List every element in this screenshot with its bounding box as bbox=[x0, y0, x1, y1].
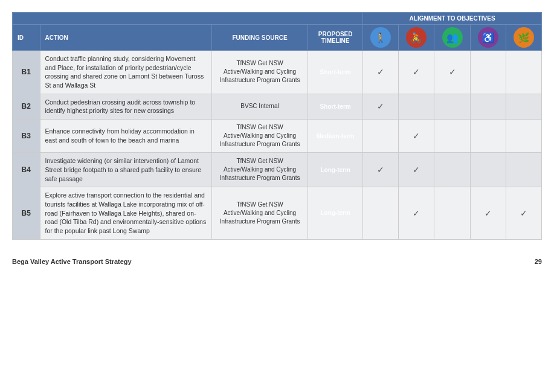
row-funding: TfNSW Get NSW Active/Walking and Cycling… bbox=[211, 187, 308, 239]
checkmark-icon: ✓ bbox=[413, 165, 420, 175]
cycling-icon: 🚴 bbox=[406, 27, 427, 48]
checkmark-icon: ✓ bbox=[377, 165, 384, 175]
col-funding: FUNDING SOURCE bbox=[211, 25, 308, 51]
row-check-4 bbox=[470, 94, 506, 119]
row-check-3 bbox=[434, 120, 470, 153]
icon-col-4: ♿ bbox=[470, 25, 506, 51]
row-id: B5 bbox=[13, 187, 40, 239]
checkmark-icon: ✓ bbox=[449, 67, 456, 77]
row-check-3 bbox=[434, 153, 470, 187]
checkmark-icon: ✓ bbox=[520, 208, 527, 218]
row-timeline: Long-term bbox=[308, 153, 363, 187]
row-check-3: ✓ bbox=[434, 51, 470, 94]
row-check-4 bbox=[470, 120, 506, 153]
row-check-2: ✓ bbox=[399, 187, 434, 239]
environment-icon: 🌿 bbox=[514, 27, 534, 48]
row-check-1: ✓ bbox=[363, 51, 399, 94]
row-check-4: ✓ bbox=[470, 187, 506, 239]
icon-col-3: 👥 bbox=[434, 25, 470, 51]
walking-icon: 🚶 bbox=[370, 27, 391, 48]
row-check-2: ✓ bbox=[399, 51, 434, 94]
row-action: Enhance connectivity from holiday accomm… bbox=[40, 120, 211, 153]
row-check-4 bbox=[470, 51, 506, 94]
table-row: B1Conduct traffic planning study, consid… bbox=[13, 51, 542, 94]
alignment-header: ALIGNMENT TO OBJECTIVES bbox=[363, 13, 542, 25]
footer: Bega Valley Active Transport Strategy 29 bbox=[12, 258, 542, 265]
row-funding: BVSC Internal bbox=[211, 94, 308, 119]
checkmark-icon: ✓ bbox=[413, 67, 420, 77]
row-check-1 bbox=[363, 187, 399, 239]
row-funding: TfNSW Get NSW Active/Walking and Cycling… bbox=[211, 120, 308, 153]
footer-right: 29 bbox=[535, 258, 542, 265]
row-action: Explore active transport connection to t… bbox=[40, 187, 211, 239]
row-check-5 bbox=[506, 51, 541, 94]
community-icon: 👥 bbox=[442, 27, 463, 48]
row-check-5: ✓ bbox=[506, 187, 541, 239]
row-check-2: ✓ bbox=[399, 120, 434, 153]
row-action: Conduct pedestrian crossing audit across… bbox=[40, 94, 211, 119]
row-check-4 bbox=[470, 153, 506, 187]
column-header-row: ID ACTION FUNDING SOURCE PROPOSED TIMELI… bbox=[13, 25, 542, 51]
checkmark-icon: ✓ bbox=[377, 101, 384, 111]
table-row: B3Enhance connectivity from holiday acco… bbox=[13, 120, 542, 153]
row-id: B4 bbox=[13, 153, 40, 187]
alignment-header-row: ALIGNMENT TO OBJECTIVES bbox=[13, 13, 542, 25]
table-row: B4Investigate widening (or similar inter… bbox=[13, 153, 542, 187]
checkmark-icon: ✓ bbox=[377, 67, 384, 77]
footer-left: Bega Valley Active Transport Strategy bbox=[12, 258, 132, 265]
row-check-1 bbox=[363, 120, 399, 153]
row-check-5 bbox=[506, 94, 541, 119]
row-funding: TfNSW Get NSW Active/Walking and Cycling… bbox=[211, 51, 308, 94]
row-check-1: ✓ bbox=[363, 153, 399, 187]
icon-col-2: 🚴 bbox=[399, 25, 434, 51]
col-id: ID bbox=[13, 25, 40, 51]
row-action: Investigate widening (or similar interve… bbox=[40, 153, 211, 187]
row-timeline: Short-term bbox=[308, 51, 363, 94]
row-timeline: Long-term bbox=[308, 187, 363, 239]
disability-icon: ♿ bbox=[478, 27, 498, 48]
row-funding: TfNSW Get NSW Active/Walking and Cycling… bbox=[211, 153, 308, 187]
checkmark-icon: ✓ bbox=[413, 208, 420, 218]
row-id: B1 bbox=[13, 51, 40, 94]
main-table: ALIGNMENT TO OBJECTIVES ID ACTION FUNDIN… bbox=[12, 12, 542, 240]
checkmark-icon: ✓ bbox=[485, 208, 492, 218]
table-row: B2Conduct pedestrian crossing audit acro… bbox=[13, 94, 542, 119]
table-row: B5Explore active transport connection to… bbox=[13, 187, 542, 239]
row-check-2: ✓ bbox=[399, 153, 434, 187]
row-check-2 bbox=[399, 94, 434, 119]
row-check-3 bbox=[434, 94, 470, 119]
row-check-5 bbox=[506, 153, 541, 187]
col-timeline: PROPOSED TIMELINE bbox=[308, 25, 363, 51]
col-action: ACTION bbox=[40, 25, 211, 51]
row-check-5 bbox=[506, 120, 541, 153]
icon-col-1: 🚶 bbox=[363, 25, 399, 51]
table-body: B1Conduct traffic planning study, consid… bbox=[13, 51, 542, 240]
icon-col-5: 🌿 bbox=[506, 25, 541, 51]
table-wrapper: ALIGNMENT TO OBJECTIVES ID ACTION FUNDIN… bbox=[12, 12, 542, 240]
checkmark-icon: ✓ bbox=[413, 131, 420, 141]
row-check-3 bbox=[434, 187, 470, 239]
row-id: B3 bbox=[13, 120, 40, 153]
row-check-1: ✓ bbox=[363, 94, 399, 119]
row-timeline: Medium-term bbox=[308, 120, 363, 153]
row-id: B2 bbox=[13, 94, 40, 119]
row-action: Conduct traffic planning study, consider… bbox=[40, 51, 211, 94]
page-container: ALIGNMENT TO OBJECTIVES ID ACTION FUNDIN… bbox=[12, 12, 542, 265]
row-timeline: Short-term bbox=[308, 94, 363, 119]
